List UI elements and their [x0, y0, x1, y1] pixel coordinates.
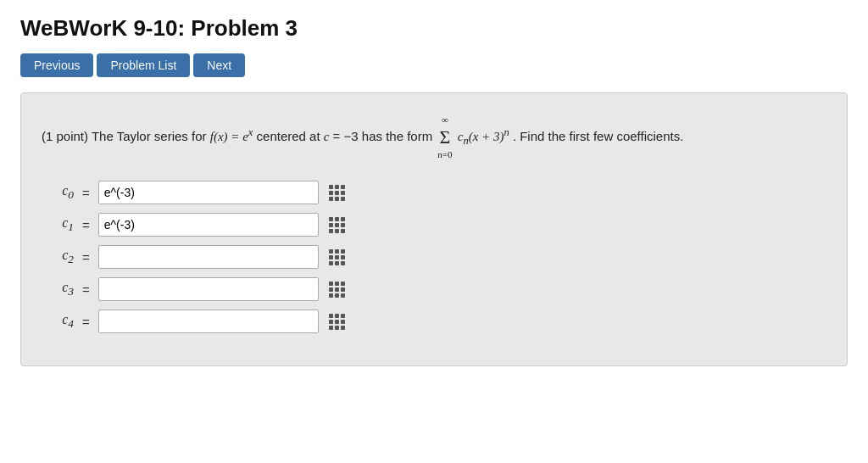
- next-button[interactable]: Next: [193, 53, 245, 77]
- coefficient-row-1: c1 =: [42, 213, 826, 237]
- grid-icon-3[interactable]: [329, 282, 345, 298]
- coeff-input-4[interactable]: [98, 310, 319, 333]
- coeff-label-2: c2: [42, 248, 74, 266]
- problem-box: (1 point) The Taylor series for f(x) = e…: [20, 92, 848, 366]
- grid-icon-1[interactable]: [329, 217, 345, 233]
- previous-button[interactable]: Previous: [20, 53, 93, 77]
- coefficient-row-4: c4 =: [42, 310, 826, 333]
- grid-icon-4[interactable]: [329, 314, 345, 330]
- coeff-input-2[interactable]: [98, 245, 319, 269]
- problem-text: (1 point) The Taylor series for f(x) = e…: [42, 112, 826, 162]
- summation-symbol: ∞ Σ n=0: [437, 112, 452, 162]
- grid-icon-2[interactable]: [329, 249, 345, 265]
- function-text: f(x) = ex: [210, 130, 253, 143]
- centered-at-text: centered at c = −3 has the form: [257, 129, 437, 143]
- coeff-input-3[interactable]: [98, 277, 319, 301]
- description-text: The Taylor series for: [92, 129, 210, 143]
- coefficient-row-0: c0 =: [42, 181, 826, 204]
- sum-term: cn(x + 3)n: [458, 130, 509, 143]
- coefficient-row-2: c2 =: [42, 245, 826, 269]
- grid-icon-0[interactable]: [329, 185, 345, 201]
- problem-list-button[interactable]: Problem List: [97, 53, 190, 77]
- coeff-label-0: c0: [42, 183, 74, 202]
- nav-bar: Previous Problem List Next: [20, 53, 848, 77]
- page-wrapper: WeBWorK 9-10: Problem 3 Previous Problem…: [0, 0, 868, 463]
- page-title: WeBWorK 9-10: Problem 3: [20, 15, 848, 42]
- points-label: (1 point): [42, 129, 88, 143]
- coeff-input-1[interactable]: [98, 213, 319, 237]
- find-text: . Find the first few coefficients.: [513, 129, 683, 143]
- coeff-label-1: c1: [42, 215, 74, 234]
- coeff-label-3: c3: [42, 280, 74, 298]
- coefficient-row-3: c3 =: [42, 277, 826, 301]
- coeff-label-4: c4: [42, 312, 74, 331]
- coefficients-container: c0 = c1 = c2: [42, 181, 826, 333]
- coeff-input-0[interactable]: [98, 181, 319, 204]
